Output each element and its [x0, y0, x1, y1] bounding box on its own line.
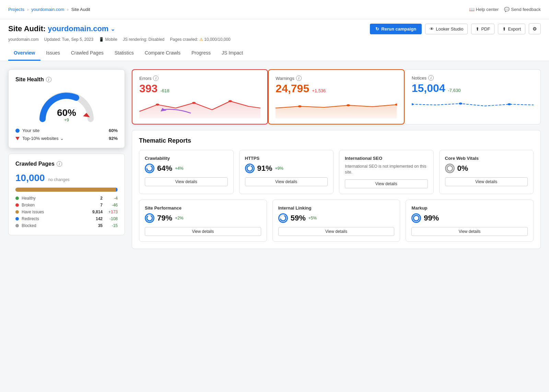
https-delta: +9%	[275, 166, 283, 171]
report-core-web-vitals-name: Core Web Vitals	[445, 156, 528, 161]
errors-value-row: 393 -618	[139, 82, 260, 95]
warnings-label: Warnings i	[276, 75, 397, 81]
issues-count: 9,814	[90, 210, 103, 214]
broken-change: -46	[105, 203, 118, 207]
js-rendering-meta: JS rendering: Disabled	[123, 37, 164, 42]
crawlability-score: 64%	[157, 164, 172, 173]
site-health-info-icon[interactable]: i	[46, 77, 51, 82]
settings-button[interactable]: ⚙	[529, 23, 541, 34]
page-title: Site Audit: yourdomain.com ⌄	[8, 24, 115, 33]
errors-info-icon[interactable]: i	[153, 75, 159, 81]
blocked-change: -15	[105, 223, 118, 228]
gauge-container: 60% +9	[15, 88, 118, 122]
intl-seo-view-button[interactable]: View details	[345, 179, 428, 188]
tab-crawled-pages[interactable]: Crawled Pages	[66, 46, 109, 61]
site-perf-view-button[interactable]: View details	[145, 227, 261, 236]
legend-top10: Top-10% websites ⌄ 92%	[15, 136, 118, 141]
list-item: Redirects 142 -108	[15, 216, 118, 221]
report-https: HTTPS 91% +9% View details	[239, 150, 334, 194]
site-perf-delta: +2%	[175, 216, 183, 221]
breadcrumb-projects[interactable]: Projects	[8, 7, 24, 12]
export-icon: ⬆	[502, 26, 506, 32]
errors-value: 393	[139, 82, 157, 95]
internal-linking-circle-icon	[278, 213, 288, 223]
healthy-change: -4	[105, 196, 118, 201]
https-circle-icon	[245, 164, 255, 173]
domain-chevron-icon[interactable]: ⌄	[110, 26, 115, 32]
updated-meta: Updated: Tue, Sep 5, 2023	[44, 37, 93, 42]
tab-js-impact[interactable]: JS Impact	[216, 46, 248, 61]
top10-chevron-icon[interactable]: ⌄	[60, 136, 64, 141]
broken-dot	[15, 203, 19, 207]
breadcrumb-domain[interactable]: yourdomain.com	[31, 7, 64, 12]
errors-chart	[139, 98, 260, 118]
left-column: Site Health i 60% +9	[8, 69, 125, 249]
cwv-score: 0%	[457, 164, 468, 173]
cwv-circle-icon	[445, 164, 455, 173]
warnings-chart	[276, 98, 397, 118]
topbar: Projects › yourdomain.com › Site Audit 📖…	[0, 0, 549, 19]
domain-meta: yourdomain.com	[8, 37, 39, 42]
export-button[interactable]: ⬆ Export	[498, 24, 525, 34]
internal-linking-score: 59%	[291, 214, 306, 223]
breadcrumb-current: Site Audit	[71, 7, 90, 12]
crawlability-view-button[interactable]: View details	[145, 177, 228, 186]
warnings-info-icon[interactable]: i	[296, 75, 302, 81]
tab-progress[interactable]: Progress	[186, 46, 216, 61]
rerun-icon: ↻	[375, 26, 379, 32]
your-site-val: 60%	[109, 128, 118, 133]
report-markup: Markup 99% View details	[406, 200, 534, 242]
issues-dot	[15, 210, 19, 214]
crawled-pages-title: Crawled Pages i	[15, 161, 118, 167]
rerun-campaign-button[interactable]: ↻ Rerun campaign	[370, 24, 422, 34]
https-view-button[interactable]: View details	[245, 177, 328, 186]
pb-issues	[15, 188, 116, 192]
svg-point-2	[192, 102, 196, 104]
markup-view-button[interactable]: View details	[411, 227, 528, 236]
pages-crawled-meta: Pages crawled: ⚠ 10,000/10,000	[170, 37, 230, 42]
svg-point-14	[247, 166, 253, 171]
your-site-dot	[15, 129, 20, 133]
report-https-score-row: 91% +9%	[245, 164, 328, 173]
warnings-card: Warnings i 24,795 +1,536	[268, 69, 404, 124]
notices-card: Notices i 15,004 -7,630	[405, 69, 541, 124]
page-header: Site Audit: yourdomain.com ⌄ ↻ Rerun cam…	[0, 19, 549, 61]
send-feedback-link[interactable]: 💬 Send feedback	[504, 7, 541, 12]
svg-point-1	[156, 104, 160, 106]
cwv-view-button[interactable]: View details	[445, 177, 528, 186]
crawled-pages-count-row: 10,000 no changes	[15, 173, 118, 183]
report-core-web-vitals: Core Web Vitals 0% View details	[439, 150, 534, 194]
errors-delta: -618	[160, 88, 169, 93]
list-item: Blocked 35 -15	[15, 223, 118, 228]
help-center-link[interactable]: 📖 Help center	[469, 7, 499, 12]
pdf-icon: ⬆	[476, 26, 479, 32]
breadcrumb: Projects › yourdomain.com › Site Audit	[8, 7, 90, 12]
topbar-actions: 📖 Help center 💬 Send feedback	[469, 7, 541, 12]
gauge-text: 60% +9	[57, 108, 76, 122]
tab-compare-crawls[interactable]: Compare Crawls	[139, 46, 186, 61]
tab-issues[interactable]: Issues	[40, 46, 65, 61]
pb-blocked	[117, 188, 118, 192]
redirects-dot	[15, 217, 19, 221]
warning-icon: ⚠	[199, 37, 204, 42]
looker-studio-button[interactable]: 👁 Looker Studio	[425, 24, 468, 34]
report-markup-score-row: 99%	[411, 213, 528, 223]
notices-value-row: 15,004 -7,630	[412, 82, 534, 95]
notices-info-icon[interactable]: i	[428, 75, 434, 81]
top10-label: Top-10% websites ⌄	[22, 136, 109, 141]
legend-your-site: Your site 60%	[15, 128, 118, 133]
crawled-pages-info-icon[interactable]: i	[57, 161, 62, 167]
internal-linking-view-button[interactable]: View details	[278, 227, 395, 236]
report-internal-linking: Internal Linking 59% +5% View details	[272, 200, 400, 242]
report-intl-seo-name: International SEO	[345, 156, 428, 161]
report-internal-linking-name: Internal Linking	[278, 205, 395, 211]
gauge-change: +9	[57, 118, 76, 122]
feedback-icon: 💬	[504, 7, 510, 12]
issues-change: +173	[105, 210, 118, 214]
warnings-value-row: 24,795 +1,536	[276, 82, 397, 95]
crawled-pages-card: Crawled Pages i 10,000 no changes Health…	[8, 154, 125, 235]
tab-overview[interactable]: Overview	[8, 46, 40, 61]
pdf-button[interactable]: ⬆ PDF	[471, 24, 494, 34]
tab-statistics[interactable]: Statistics	[109, 46, 139, 61]
help-icon: 📖	[469, 7, 475, 12]
